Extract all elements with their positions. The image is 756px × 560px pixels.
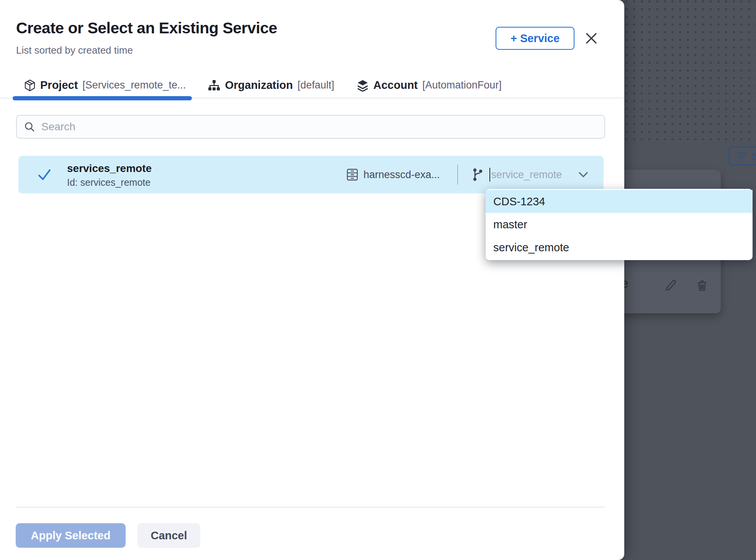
- create-or-select-service-modal: Create or Select an Existing Service Lis…: [0, 0, 624, 560]
- upload-icon: [735, 151, 747, 162]
- modal-subtitle: List sorted by created time: [16, 44, 133, 56]
- tab-organization-label: Organization: [225, 79, 293, 92]
- apply-selected-button[interactable]: Apply Selected: [16, 523, 126, 548]
- footer-divider: [16, 507, 605, 508]
- service-list-item-selected[interactable]: services_remote Id: services_remote harn…: [18, 156, 604, 193]
- canvas-dot-grid: [611, 0, 756, 140]
- cancel-button[interactable]: Cancel: [137, 523, 200, 548]
- checkmark-icon: [36, 166, 53, 183]
- branch-dropdown-menu: CDS-1234 master service_remote: [486, 189, 753, 260]
- search-box: [16, 115, 605, 139]
- tab-account-label: Account: [373, 79, 418, 92]
- modal-title: Create or Select an Existing Service: [16, 19, 277, 37]
- tab-organization[interactable]: Organization [default]: [208, 73, 334, 98]
- tab-account-scope: [AutomationFour]: [422, 79, 502, 91]
- screen: e S Create or Select an Existi: [0, 0, 756, 560]
- service-row-meta: harnesscd-exa... service_remote: [346, 156, 589, 193]
- vertical-divider: [457, 165, 458, 185]
- close-icon[interactable]: [584, 31, 600, 46]
- search-icon: [24, 121, 35, 133]
- edit-pencil-icon[interactable]: [663, 278, 678, 293]
- tab-project-scope: [Services_remote_te...: [82, 79, 186, 91]
- chevron-down-icon[interactable]: [578, 171, 589, 178]
- service-name: services_remote: [67, 162, 152, 175]
- branch-select-input[interactable]: service_remote: [491, 169, 562, 181]
- service-id: Id: services_remote: [67, 177, 151, 188]
- branch-option-cds-1234[interactable]: CDS-1234: [486, 190, 753, 213]
- text-cursor: [489, 168, 490, 182]
- new-service-button[interactable]: + Service: [496, 27, 574, 50]
- delete-trash-icon[interactable]: [695, 278, 709, 293]
- tab-organization-scope: [default]: [298, 79, 334, 91]
- repository-name: harnesscd-exa...: [363, 169, 440, 181]
- scope-tabs: Project [Services_remote_te...: [0, 73, 624, 98]
- account-layers-icon: [357, 79, 369, 92]
- organization-hierarchy-icon: [208, 79, 220, 92]
- save-button-label: S: [751, 150, 756, 163]
- tab-project-label: Project: [40, 79, 78, 92]
- project-cube-icon: [24, 79, 36, 92]
- branch-option-master[interactable]: master: [486, 213, 753, 236]
- tab-project[interactable]: Project [Services_remote_te...: [24, 73, 186, 98]
- search-input[interactable]: [41, 116, 604, 138]
- repository-icon: [346, 168, 359, 182]
- save-button-partial[interactable]: S: [728, 147, 756, 165]
- git-branch-icon: [472, 168, 483, 182]
- branch-option-service-remote[interactable]: service_remote: [486, 236, 753, 259]
- tab-account[interactable]: Account [AutomationFour]: [357, 73, 502, 98]
